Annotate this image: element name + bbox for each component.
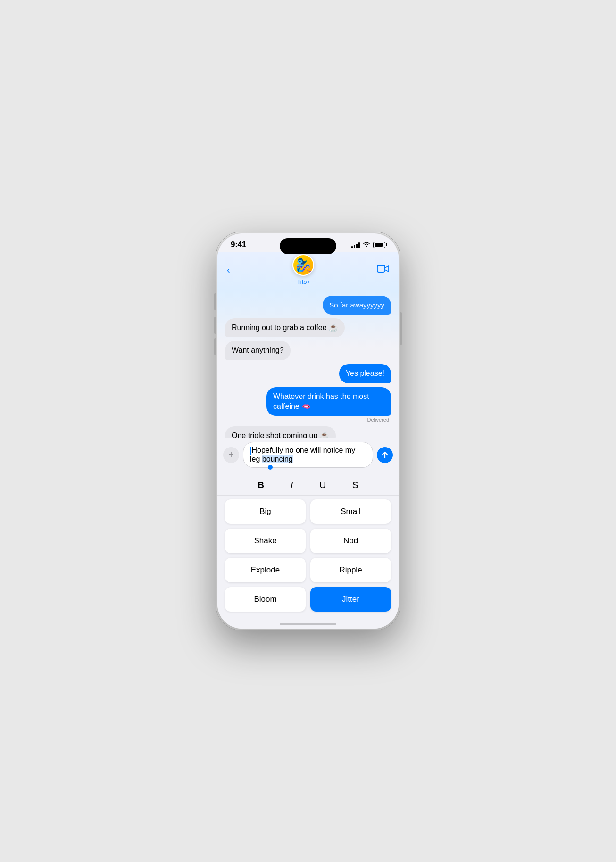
- home-indicator: [217, 619, 399, 629]
- home-bar: [280, 623, 336, 625]
- wifi-icon: [363, 241, 370, 249]
- phone-frame: 9:41 ‹: [216, 232, 400, 630]
- delivered-status: Delivered: [367, 417, 391, 423]
- add-attachment-button[interactable]: +: [223, 447, 239, 463]
- effect-shake-button[interactable]: Shake: [225, 529, 306, 553]
- avatar: 🧞‍♀️: [292, 254, 314, 276]
- message-text: Running out to grab a coffee ☕: [232, 323, 338, 332]
- message-text: One triple shot coming up ☕: [232, 431, 329, 438]
- phone-screen: 9:41 ‹: [217, 233, 399, 629]
- format-italic-button[interactable]: I: [287, 478, 297, 492]
- effect-ripple-button[interactable]: Ripple: [310, 558, 391, 582]
- sent-bubble: So far awayyyyyy: [323, 296, 391, 315]
- message-text: So far awayyyyyy: [329, 301, 384, 309]
- message-row: Running out to grab a coffee ☕: [225, 318, 391, 338]
- status-bar: 9:41: [217, 233, 399, 252]
- battery-icon: [373, 242, 385, 248]
- sent-bubble: Whatever drink has the most caffeine 🫦: [266, 387, 391, 416]
- message-row: Yes please!: [225, 364, 391, 383]
- input-text-before: Hopefully no one will notice my leg boun…: [250, 446, 366, 464]
- message-text: Want anything?: [232, 346, 284, 354]
- message-row: Whatever drink has the most caffeine 🫦 D…: [225, 387, 391, 423]
- effect-nod-button[interactable]: Nod: [310, 529, 391, 553]
- effects-grid: Big Small Shake Nod Explode Ripple Bloom…: [217, 496, 399, 619]
- effect-big-button[interactable]: Big: [225, 499, 306, 524]
- message-text: Whatever drink has the most caffeine 🫦: [273, 392, 369, 410]
- format-strikethrough-button[interactable]: S: [349, 478, 362, 492]
- received-bubble: Want anything?: [225, 341, 291, 360]
- sent-bubble: Yes please!: [339, 364, 391, 383]
- received-bubble: Running out to grab a coffee ☕: [225, 318, 345, 338]
- contact-info[interactable]: 🧞‍♀️ Tito›: [292, 254, 314, 285]
- selected-text: bouncing: [262, 455, 293, 463]
- nav-header: ‹ 🧞‍♀️ Tito›: [217, 252, 399, 291]
- effect-explode-button[interactable]: Explode: [225, 558, 306, 582]
- message-row: Want anything?: [225, 341, 391, 360]
- input-content: Hopefully no one will notice my leg boun…: [250, 446, 366, 464]
- send-button[interactable]: [377, 447, 393, 463]
- message-text: Yes please!: [346, 369, 384, 377]
- input-row: + Hopefully no one will notice my leg bo…: [223, 442, 393, 468]
- status-icons: [351, 241, 385, 249]
- input-area: + Hopefully no one will notice my leg bo…: [217, 438, 399, 473]
- effect-small-button[interactable]: Small: [310, 499, 391, 524]
- effect-bloom-button[interactable]: Bloom: [225, 587, 306, 612]
- status-time: 9:41: [231, 240, 246, 249]
- message-row: So far awayyyyyy: [225, 296, 391, 315]
- format-bold-button[interactable]: B: [254, 478, 268, 492]
- received-bubble: One triple shot coming up ☕: [225, 426, 336, 438]
- cursor-drag-handle[interactable]: [268, 465, 273, 470]
- messages-area: So far awayyyyyy Running out to grab a c…: [217, 291, 399, 438]
- video-call-button[interactable]: [377, 264, 389, 276]
- back-button[interactable]: ‹: [227, 265, 230, 275]
- svg-rect-0: [377, 265, 385, 272]
- format-toolbar: B I U S: [217, 473, 399, 496]
- message-row: One triple shot coming up ☕: [225, 426, 391, 438]
- dynamic-island: [280, 238, 336, 254]
- contact-name: Tito›: [297, 278, 310, 285]
- effect-jitter-button[interactable]: Jitter: [310, 587, 391, 612]
- format-underline-button[interactable]: U: [316, 478, 330, 492]
- cursor-handle-top: [250, 447, 251, 455]
- message-input[interactable]: Hopefully no one will notice my leg boun…: [243, 442, 373, 468]
- signal-icon: [351, 242, 360, 248]
